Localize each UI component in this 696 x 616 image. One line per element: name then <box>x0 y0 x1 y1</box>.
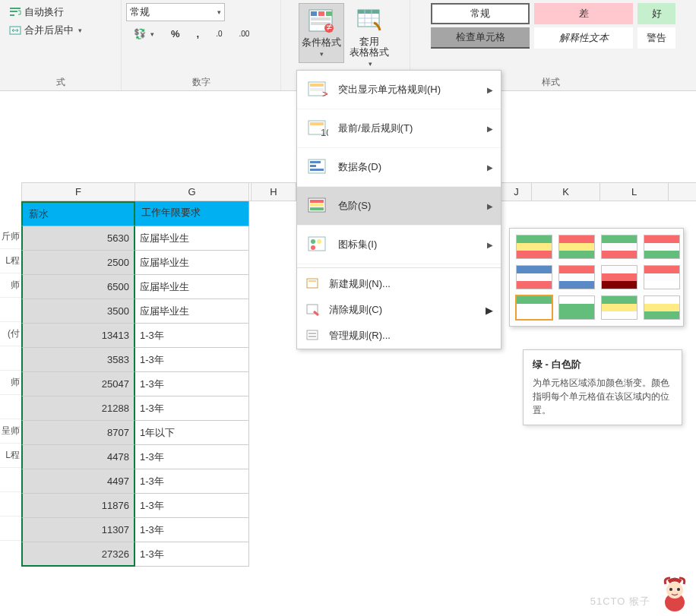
cf-new-rule[interactable]: 新建规则(N)... <box>297 271 501 297</box>
col-head-G[interactable]: G <box>135 183 249 201</box>
merge-center-button[interactable]: 合并后居中 ▾ <box>5 21 116 39</box>
cell-years[interactable]: 1-3年 <box>135 348 249 372</box>
svg-point-35 <box>317 239 321 244</box>
cell-years[interactable]: 应届毕业生 <box>135 251 249 275</box>
svg-text:≠: ≠ <box>326 21 331 33</box>
cell-years[interactable]: 应届毕业生 <box>135 299 249 324</box>
cell-years[interactable]: 1-3年 <box>135 494 249 518</box>
group-alignment: 自动换行 合并后居中 ▾ 式 <box>0 0 122 90</box>
row-stub: 师 <box>0 273 21 298</box>
svg-rect-5 <box>311 11 317 16</box>
style-good[interactable]: 好 <box>637 3 675 24</box>
wrap-text-label: 自动换行 <box>24 5 64 19</box>
table-row: 118761-3年 <box>21 494 318 518</box>
clear-rules-icon <box>306 304 321 316</box>
cf-color-scales[interactable]: 色阶(S) ▶ <box>297 187 501 226</box>
cell-years[interactable]: 1-3年 <box>135 372 249 396</box>
cell-salary[interactable]: 11307 <box>21 518 135 542</box>
row-stubs: 斤师L程师(付师呈师L程 <box>0 225 21 541</box>
cell-salary[interactable]: 6500 <box>21 275 135 299</box>
comma-button[interactable]: , <box>192 26 204 42</box>
table-row: 44971-3年 <box>21 469 318 494</box>
table-row: 3500应届毕业生 <box>21 299 318 324</box>
cell-salary[interactable]: 25047 <box>21 372 135 396</box>
cell-years[interactable]: 1-3年 <box>135 518 249 542</box>
color-scale-swatch[interactable] <box>644 265 680 289</box>
cell-years[interactable]: 1年以下 <box>135 421 249 445</box>
cell-years[interactable]: 1-3年 <box>135 445 249 469</box>
chevron-down-icon: ▾ <box>369 60 372 68</box>
cell-salary[interactable]: 4478 <box>21 445 135 469</box>
color-scale-swatch[interactable] <box>516 295 552 320</box>
cell-salary[interactable]: 2500 <box>21 251 135 275</box>
cf-highlight-rules[interactable]: > 突出显示单元格规则(H) ▶ <box>297 71 501 109</box>
cell-salary[interactable]: 27326 <box>21 542 135 567</box>
color-scale-swatch[interactable] <box>558 265 595 289</box>
style-bad[interactable]: 差 <box>534 3 633 24</box>
wrap-text-button[interactable]: 自动换行 <box>5 3 116 21</box>
percent-button[interactable]: % <box>166 26 185 42</box>
cell-salary[interactable]: 5630 <box>21 226 135 251</box>
table-row: 212881-3年 <box>21 396 318 421</box>
header-salary[interactable]: 薪水 <box>21 201 135 226</box>
cell-salary[interactable]: 3583 <box>21 348 135 372</box>
style-warning[interactable]: 警告 <box>637 27 675 49</box>
svg-rect-28 <box>310 169 324 171</box>
cf-icon-sets[interactable]: 图标集(I) ▶ <box>297 226 501 264</box>
number-format-value: 常规 <box>130 5 150 19</box>
cell-salary[interactable]: 13413 <box>21 324 135 348</box>
cell-salary[interactable]: 21288 <box>21 396 135 421</box>
svg-rect-2 <box>10 14 14 16</box>
col-head-F[interactable]: F <box>21 183 135 201</box>
tooltip-body: 为单元格区域添加颜色渐变。颜色指明每个单元格值在该区域内的位置。 <box>533 376 672 417</box>
col-head-J[interactable]: J <box>501 183 532 201</box>
cf-manage-rules[interactable]: 管理规则(R)... <box>297 323 501 349</box>
cf-clear-rules[interactable]: 清除规则(C) ▶ <box>297 297 501 323</box>
color-scale-swatch[interactable] <box>601 265 637 289</box>
color-scale-swatch[interactable] <box>516 265 552 289</box>
cell-salary[interactable]: 3500 <box>21 299 135 324</box>
number-format-combo[interactable]: 常规 ▾ <box>126 3 225 21</box>
style-check-cell[interactable]: 检查单元格 <box>431 27 530 49</box>
svg-rect-37 <box>307 279 318 288</box>
currency-button[interactable]: 💱▾ <box>129 26 159 42</box>
color-scale-swatch[interactable] <box>516 235 552 259</box>
color-scale-swatch[interactable] <box>644 295 680 320</box>
cell-years[interactable]: 1-3年 <box>135 542 249 567</box>
cell-salary[interactable]: 11876 <box>21 494 135 518</box>
color-scale-swatch[interactable] <box>601 235 637 259</box>
cell-years[interactable]: 1-3年 <box>135 396 249 421</box>
color-scale-swatch[interactable] <box>644 235 680 259</box>
decrease-decimal-button[interactable]: .00 <box>235 27 255 40</box>
watermark: 51CTO 猴子 <box>590 595 650 608</box>
color-scale-swatch[interactable] <box>601 295 637 320</box>
cell-years[interactable]: 应届毕业生 <box>135 226 249 251</box>
style-explanatory[interactable]: 解释性文本 <box>534 27 633 49</box>
header-years[interactable]: 工作年限要求 <box>135 201 249 226</box>
table-row: 134131-3年 <box>21 324 318 348</box>
cell-salary[interactable]: 8707 <box>21 421 135 445</box>
table-header-row: 薪水 工作年限要求 <box>21 201 318 226</box>
style-normal[interactable]: 常规 <box>431 3 530 24</box>
cf-top-bottom-rules[interactable]: 10 最前/最后规则(T) ▶ <box>297 109 501 148</box>
row-stub <box>0 516 21 541</box>
cell-years[interactable]: 1-3年 <box>135 324 249 348</box>
table-row: 5630应届毕业生 <box>21 226 318 251</box>
col-head-L[interactable]: L <box>600 183 669 201</box>
color-scale-swatch[interactable] <box>558 295 595 320</box>
cell-years[interactable]: 应届毕业生 <box>135 275 249 299</box>
col-head-K[interactable]: K <box>532 183 600 201</box>
color-scale-swatch[interactable] <box>558 235 595 259</box>
increase-decimal-button[interactable]: .0 <box>211 27 226 40</box>
col-head-M[interactable]: M <box>669 183 696 201</box>
row-stub: 斤师 <box>0 225 21 249</box>
cell-years[interactable]: 1-3年 <box>135 469 249 494</box>
cf-data-bars[interactable]: 数据条(D) ▶ <box>297 148 501 187</box>
table-row: 113071-3年 <box>21 518 318 542</box>
group-number: 常规 ▾ 💱▾ % , .0 .00 数字 <box>122 0 281 90</box>
conditional-formatting-button[interactable]: ≠ 条件格式▾ <box>299 3 344 63</box>
worksheet: F G 薪水 工作年限要求 5630应届毕业生2500应届毕业生6500应届毕业… <box>21 182 318 567</box>
format-as-table-button[interactable]: 套用表格格式▾ <box>346 3 392 72</box>
top-bottom-icon: 10 <box>306 118 329 138</box>
cell-salary[interactable]: 4497 <box>21 469 135 494</box>
